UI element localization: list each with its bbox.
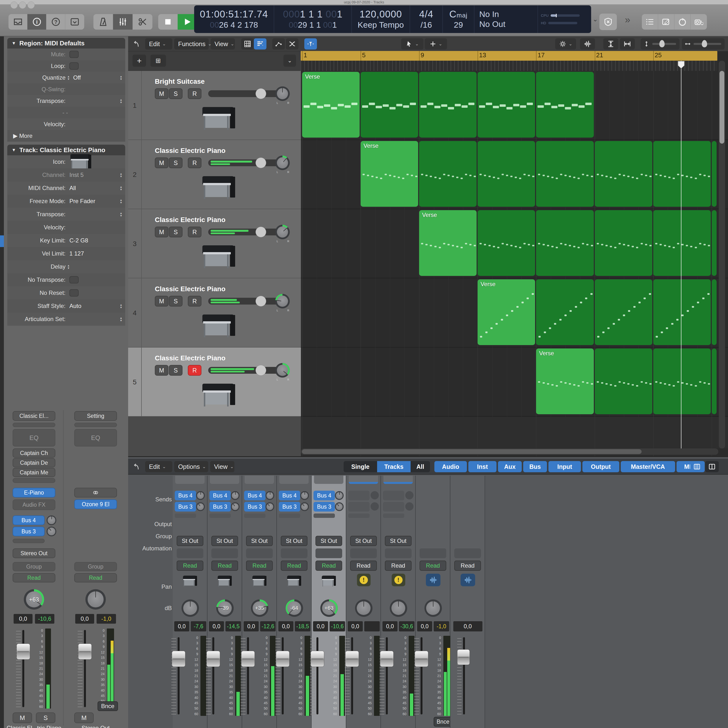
midi-region-loop[interactable] xyxy=(653,210,711,276)
list-view-button[interactable] xyxy=(254,38,266,49)
cycle-loop-button[interactable] xyxy=(674,14,691,30)
midi-region-main[interactable]: Verse xyxy=(536,349,593,414)
midi-region-loop[interactable] xyxy=(712,279,717,345)
mixer-menu-view[interactable]: View⌄ xyxy=(210,461,234,472)
output-button[interactable]: St Out xyxy=(385,536,411,546)
lcd-tempo[interactable]: 120,0000Keep Tempo xyxy=(352,5,410,33)
track-pan-knob[interactable] xyxy=(275,225,290,239)
audio-fx-slot[interactable]: Audio FX xyxy=(12,499,55,510)
fader-cap[interactable] xyxy=(457,649,470,665)
track-checkbox[interactable] xyxy=(69,276,79,283)
out-setting-button[interactable]: Setting xyxy=(74,411,117,421)
track-settings-gear-menu[interactable]: ⌄ xyxy=(555,38,576,49)
send-knob-1[interactable] xyxy=(266,502,274,511)
pan-knob[interactable] xyxy=(355,600,373,617)
track-lane-3[interactable]: Verse xyxy=(301,209,728,278)
mixer-menu-options[interactable]: Options⌄ xyxy=(174,461,208,472)
traffic-light-3[interactable] xyxy=(28,2,35,9)
midi-region-loop[interactable] xyxy=(653,141,711,207)
midi-region-loop[interactable] xyxy=(361,72,418,138)
v-zoom-slider-track[interactable] xyxy=(652,43,676,45)
record-button[interactable]: R xyxy=(188,88,202,99)
region-checkbox[interactable] xyxy=(69,63,79,70)
send-button-0[interactable]: Bus 4 xyxy=(279,491,300,500)
record-button[interactable]: R xyxy=(188,296,202,306)
group-slot[interactable] xyxy=(454,548,481,558)
track-pan-knob[interactable] xyxy=(275,86,290,101)
capture-safety-button[interactable] xyxy=(600,14,617,30)
midi-region-loop[interactable] xyxy=(595,349,652,414)
strip5-fader-cap[interactable] xyxy=(345,651,359,667)
lcd-key[interactable]: Cmaj29 xyxy=(443,5,474,33)
volume-thumb[interactable] xyxy=(255,365,266,376)
bounce-badge[interactable]: Bnce xyxy=(98,701,118,711)
mixer-strip-8[interactable]: Read0,0-1,003691215182124303540455060Bnc… xyxy=(416,476,450,728)
gain-slot[interactable] xyxy=(12,423,55,427)
stepper-icon[interactable]: ▴▾ xyxy=(120,212,122,217)
midi-region-loop[interactable] xyxy=(536,210,593,276)
filter-output[interactable]: Output xyxy=(583,461,619,472)
db2-box[interactable]: -10,6 xyxy=(35,614,54,624)
out-group-slot[interactable]: Group xyxy=(74,562,117,571)
channel-setting-button[interactable]: Classic El... xyxy=(12,411,55,421)
automation-button[interactable]: Read xyxy=(281,561,307,571)
duplicate-track-button[interactable]: ⊞ xyxy=(150,55,166,67)
mixer-strip-5[interactable]: Bus 4Bus 3St OutRead+630,0-10,6036912151… xyxy=(312,476,346,728)
pan-knob[interactable] xyxy=(182,600,199,617)
solo-button[interactable]: S xyxy=(169,296,182,306)
stepper-icon[interactable]: ▴▾ xyxy=(120,98,122,104)
view-wide-button[interactable] xyxy=(705,461,719,472)
v-zoom-slider-thumb[interactable] xyxy=(659,40,665,47)
view-narrow-button[interactable] xyxy=(690,461,704,472)
automation-button[interactable]: Read xyxy=(385,561,411,571)
solo-button[interactable]: S xyxy=(169,365,182,376)
output-button[interactable]: St Out xyxy=(315,536,342,546)
volume-thumb[interactable] xyxy=(255,88,266,99)
db-box[interactable]: 0,0 xyxy=(244,621,259,632)
db2-box[interactable]: -30,6 xyxy=(399,621,414,632)
h-zoom-slider-track[interactable] xyxy=(694,43,721,45)
mute-button[interactable]: M xyxy=(155,226,168,237)
tracks-menu-edit[interactable]: Edit⌄ xyxy=(145,38,172,49)
group-slot[interactable] xyxy=(281,548,307,558)
pan-knob[interactable] xyxy=(390,600,407,617)
add-track-button[interactable]: + xyxy=(133,55,146,67)
mixer-strip-3[interactable]: Bus 4Bus 3St OutRead+350,0-12,6036912151… xyxy=(242,476,277,728)
volume-thumb[interactable] xyxy=(255,226,266,237)
midi-region-loop[interactable] xyxy=(595,279,652,345)
automation-slot[interactable]: Read xyxy=(12,573,55,583)
group-slot[interactable] xyxy=(246,548,273,558)
filter-input[interactable]: Input xyxy=(548,461,581,472)
media-browser-button[interactable] xyxy=(691,14,707,30)
solo-button[interactable]: S xyxy=(169,226,182,237)
send-knob-1[interactable] xyxy=(300,502,309,511)
group-slot[interactable] xyxy=(177,548,203,558)
mute-button[interactable]: M xyxy=(155,88,168,99)
out-mute-button[interactable]: M xyxy=(74,713,94,723)
midi-fx-empty[interactable] xyxy=(12,478,55,483)
send-button-1[interactable]: Bus 3 xyxy=(279,502,300,512)
toolbar-overflow-chevrons[interactable]: » xyxy=(625,16,637,25)
midi-region-main[interactable]: Verse xyxy=(361,141,418,207)
db2-box[interactable]: -12,6 xyxy=(260,621,276,632)
send-slot-0[interactable]: Bus 4 xyxy=(12,515,44,525)
playhead-line[interactable] xyxy=(681,61,681,448)
track-sort-dropdown[interactable]: ⌄ xyxy=(283,55,296,67)
mute-button[interactable]: M xyxy=(12,713,32,723)
strip4-fader-cap[interactable] xyxy=(310,651,324,667)
output-button[interactable]: St Out xyxy=(246,536,273,546)
stepper-icon[interactable]: ▴▾ xyxy=(68,75,69,80)
record-button[interactable]: R xyxy=(188,365,202,376)
output-button[interactable]: St Out xyxy=(350,536,377,546)
track-section-header[interactable]: ▼Track: Classic Electric Piano xyxy=(7,145,125,155)
track-header-5[interactable]: 5Classic Electric PianoMSRLR xyxy=(128,347,301,417)
group-slot[interactable] xyxy=(315,548,342,558)
h-zoom-slider[interactable] xyxy=(682,38,725,49)
db-box[interactable]: 0,0 xyxy=(417,621,432,632)
out-db2-box[interactable]: -1,0 xyxy=(96,614,116,624)
mixer-menu-edit[interactable]: Edit⌄ xyxy=(145,461,172,472)
crosshair-tool-menu[interactable]: ⌄ xyxy=(425,38,447,49)
midi-fx-slot-1[interactable]: Captain De xyxy=(12,458,55,467)
track-value[interactable]: All xyxy=(69,185,76,191)
midi-region-loop[interactable] xyxy=(653,349,711,414)
